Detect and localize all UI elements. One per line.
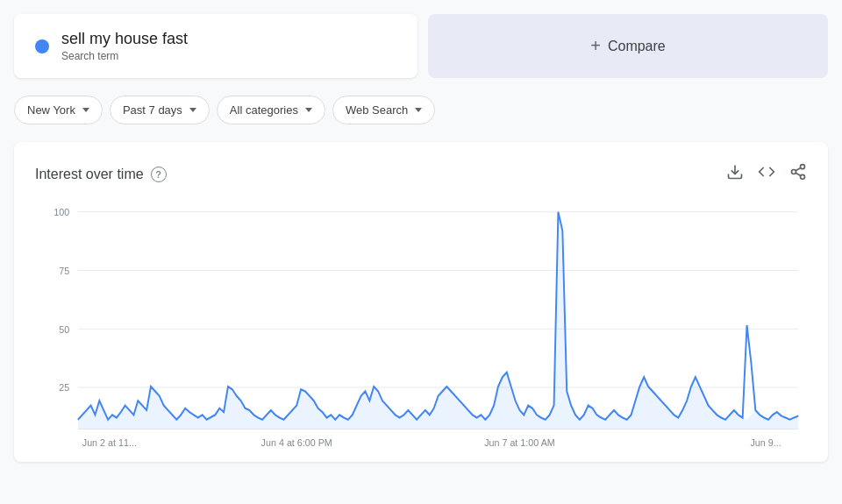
x-label-jun2: Jun 2 at 11... [82,437,137,448]
filters-bar: New York Past 7 days All categories Web … [0,89,842,135]
category-filter-label: All categories [230,103,298,117]
embed-icon[interactable] [758,163,775,185]
top-section: sell my house fast Search term + Compare [0,0,842,89]
time-chevron-icon [189,108,196,112]
svg-point-3 [801,174,805,179]
search-term-text: sell my house fast Search term [61,30,188,62]
svg-point-1 [801,165,805,169]
help-icon[interactable]: ? [151,167,167,182]
location-filter-label: New York [27,103,75,117]
x-label-jun9: Jun 9... [750,437,781,448]
y-label-50: 50 [59,323,69,335]
svg-line-4 [796,173,801,175]
search-term-card: sell my house fast Search term [14,14,417,78]
y-label-75: 75 [59,265,69,276]
svg-point-2 [792,170,796,174]
search-type-chevron-icon [415,108,422,112]
location-chevron-icon [82,108,89,112]
share-icon[interactable] [789,163,807,185]
category-chevron-icon [305,108,312,112]
chart-container: 100 75 50 25 Jun 2 at 11... Jun 4 at 6:0… [35,202,807,448]
svg-line-5 [796,167,801,170]
search-term-title: sell my house fast [61,30,188,48]
time-filter-label: Past 7 days [123,103,182,117]
chart-title: Interest over time [35,167,144,182]
chart-title-group: Interest over time ? [35,167,167,182]
x-label-jun7: Jun 7 at 1:00 AM [484,437,555,448]
chart-header: Interest over time ? [35,163,807,185]
category-filter[interactable]: All categories [217,96,325,124]
location-filter[interactable]: New York [14,96,103,124]
trend-chart: 100 75 50 25 Jun 2 at 11... Jun 4 at 6:0… [35,202,807,448]
search-term-subtitle: Search term [61,50,188,62]
time-filter[interactable]: Past 7 days [110,96,210,124]
search-type-filter-label: Web Search [346,103,408,117]
y-label-100: 100 [54,207,69,218]
compare-label: Compare [608,39,666,54]
chart-actions [726,163,807,185]
x-label-jun4: Jun 4 at 6:00 PM [261,437,332,448]
chart-section: Interest over time ? [14,142,828,462]
compare-plus-icon: + [590,36,601,56]
search-type-filter[interactable]: Web Search [332,96,435,124]
search-term-dot [35,39,49,53]
y-label-25: 25 [59,382,69,394]
compare-card[interactable]: + Compare [428,14,828,78]
download-icon[interactable] [726,163,744,185]
